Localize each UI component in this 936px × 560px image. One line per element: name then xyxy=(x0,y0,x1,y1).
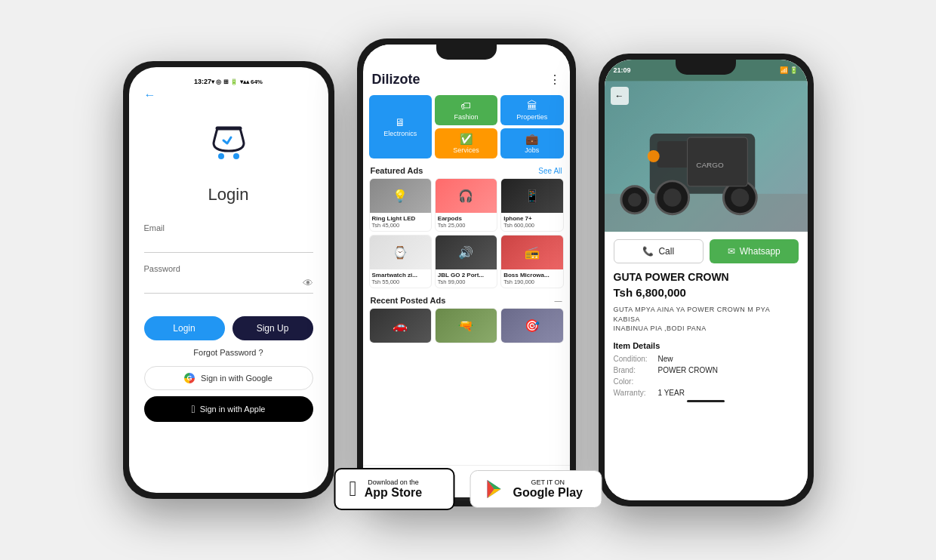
google-play-button[interactable]: GET IT ON Google Play xyxy=(470,470,602,508)
recent-title: Recent Posted Ads xyxy=(371,296,446,305)
notch-3 xyxy=(676,60,736,75)
recent-header: Recent Posted Ads — xyxy=(363,293,570,308)
ad-card-smartwatch[interactable]: ⌚ Smartwatch zi...Tsh 55,000 xyxy=(369,235,432,288)
status-bar-1: 13:27 ▾ ◎ ⊞ 🔋 ▾▴▴ 64% xyxy=(185,75,272,88)
svg-point-12 xyxy=(647,150,659,162)
svg-point-1 xyxy=(233,153,239,159)
category-electronics[interactable]: 🖥 Electronics xyxy=(369,95,432,158)
recent-ad-2[interactable]: 🔫 xyxy=(435,308,497,343)
recent-dash: — xyxy=(555,297,562,305)
ad-card-jbl[interactable]: 🔊 JBL GO 2 Port...Tsh 99,000 xyxy=(435,235,497,288)
phone-login: 13:27 ▾ ◎ ⊞ 🔋 ▾▴▴ 64% ← xyxy=(123,61,334,499)
call-button[interactable]: 📞 Call xyxy=(614,239,704,263)
fashion-label: Fashion xyxy=(454,113,478,121)
product-info: 📞 Call ✉ Whatsapp GUTA POWER CROWN Tsh 6… xyxy=(605,232,808,500)
detail-color: Color: xyxy=(614,377,799,386)
svg-point-9 xyxy=(731,189,749,207)
recent-ad-1[interactable]: 🚗 xyxy=(369,308,432,343)
google-play-text: GET IT ON Google Play xyxy=(513,478,583,500)
product-image-svg: CARGO xyxy=(605,81,808,232)
detail-brand: Brand: POWER CROWN xyxy=(614,366,799,374)
app-logo xyxy=(202,121,255,162)
item-details-title: Item Details xyxy=(614,341,799,350)
ad-card-iphone[interactable]: 📱 Iphone 7+Tsh 600,000 xyxy=(500,178,563,232)
status-icons-1: ▾ ◎ ⊞ 🔋 ▾▴▴ 64% xyxy=(211,78,263,85)
phone-icon: 📞 xyxy=(642,246,654,257)
recent-ads-grid: 🚗 🔫 🎯 xyxy=(363,308,570,348)
google-signin-button[interactable]: G Sign in with Google xyxy=(144,366,313,390)
category-grid: 🖥 Electronics 🏷 Fashion 🏛 Properties ✅ S… xyxy=(363,92,570,163)
ad-card-boss[interactable]: 📻 Boss Microwa...Tsh 190,000 xyxy=(500,235,563,288)
product-title: GUTA POWER CROWN xyxy=(614,271,799,283)
category-services[interactable]: ✅ Services xyxy=(435,128,497,158)
store-buttons:  Download on the App Store GET IT ON Go… xyxy=(334,468,602,510)
properties-label: Properties xyxy=(516,113,547,121)
see-all-button[interactable]: See All xyxy=(538,167,562,175)
password-group: Password 👁 xyxy=(144,264,313,294)
recent-img-3: 🎯 xyxy=(501,309,562,343)
category-jobs[interactable]: 💼 Jobs xyxy=(500,128,563,158)
featured-header: Featured Ads See All xyxy=(363,163,570,178)
ad-card-earpods[interactable]: 🎧 EarpodsTsh 25,000 xyxy=(435,178,497,232)
product-price: Tsh 6,800,000 xyxy=(614,286,799,299)
recent-img-2: 🔫 xyxy=(436,309,497,343)
app-store-button[interactable]:  Download on the App Store xyxy=(334,468,455,510)
jobs-label: Jobs xyxy=(525,146,539,154)
app-store-small-text: Download on the xyxy=(365,478,422,486)
ad-card-ring-light[interactable]: 💡 Ring Light LEDTsh 45,000 xyxy=(369,178,432,232)
services-icon: ✅ xyxy=(460,133,473,145)
svg-point-0 xyxy=(218,153,224,159)
call-label: Call xyxy=(658,246,674,257)
menu-icon[interactable]: ⋮ xyxy=(549,72,561,87)
google-icon: G xyxy=(184,373,195,383)
product-description: GUTA MPYA AINA YA POWER CROWN M PYA KABI… xyxy=(614,305,799,334)
detail-warranty: Warranty: 1 YEAR xyxy=(614,389,799,397)
electronics-icon: 🖥 xyxy=(395,116,405,128)
email-group: Email xyxy=(144,223,313,253)
apple-icon:  xyxy=(192,403,196,415)
google-play-small-text: GET IT ON xyxy=(513,478,583,486)
app-title: Dilizote xyxy=(372,72,420,88)
status-icons-3: 📶 🔋 xyxy=(780,66,799,74)
apple-store-icon:  xyxy=(349,477,357,501)
google-label: Sign in with Google xyxy=(201,374,272,383)
google-play-icon xyxy=(485,478,506,500)
whatsapp-icon: ✉ xyxy=(728,246,735,257)
back-arrow[interactable]: ← xyxy=(144,88,313,102)
time-3: 21:09 xyxy=(614,66,631,74)
svg-point-11 xyxy=(627,193,641,207)
featured-title: Featured Ads xyxy=(371,166,423,175)
main-scene: 13:27 ▾ ◎ ⊞ 🔋 ▾▴▴ 64% ← xyxy=(0,31,936,529)
login-title: Login xyxy=(208,185,249,205)
recent-ad-3[interactable]: 🎯 xyxy=(500,308,563,343)
ad-img-earpods: 🎧 xyxy=(436,179,497,213)
apple-label: Sign in with Apple xyxy=(200,405,266,414)
ad-img-iphone: 📱 xyxy=(501,179,562,213)
action-buttons: 📞 Call ✉ Whatsapp xyxy=(614,239,799,263)
app-store-big-text: App Store xyxy=(365,486,422,500)
email-label: Email xyxy=(144,223,313,232)
apple-signin-button[interactable]:  Sign in with Apple xyxy=(144,396,313,422)
google-play-big-text: Google Play xyxy=(513,486,583,500)
category-properties[interactable]: 🏛 Properties xyxy=(500,95,563,125)
services-label: Services xyxy=(453,146,479,154)
password-label: Password xyxy=(144,264,313,273)
product-image-area: ← xyxy=(605,81,808,232)
login-button[interactable]: Login xyxy=(144,316,225,340)
svg-point-7 xyxy=(663,189,681,207)
logo-svg xyxy=(202,121,255,162)
password-input[interactable] xyxy=(144,276,313,294)
app-header: Dilizote ⋮ xyxy=(363,66,570,92)
detail-condition: Condition: New xyxy=(614,355,799,363)
whatsapp-button[interactable]: ✉ Whatsapp xyxy=(710,239,799,263)
featured-ads-grid: 💡 Ring Light LEDTsh 45,000 🎧 EarpodsTsh … xyxy=(363,178,570,293)
forgot-password[interactable]: Forgot Password ? xyxy=(193,348,263,357)
ad-img-jbl: 🔊 xyxy=(436,235,497,269)
eye-icon[interactable]: 👁 xyxy=(303,277,313,289)
electronics-label: Electronics xyxy=(383,130,417,137)
email-input[interactable] xyxy=(144,235,313,253)
phone-main: Dilizote ⋮ 🖥 Electronics 🏷 Fashion 🏛 xyxy=(357,38,576,506)
product-back-button[interactable]: ← xyxy=(611,87,629,105)
category-fashion[interactable]: 🏷 Fashion xyxy=(435,95,497,125)
signup-button[interactable]: Sign Up xyxy=(232,316,313,340)
